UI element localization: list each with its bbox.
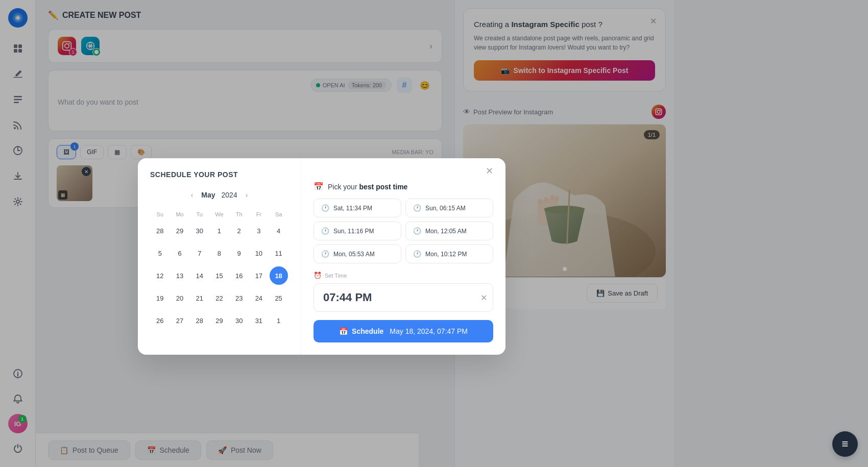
calendar-day[interactable]: 21 — [190, 289, 209, 307]
calendar-day[interactable]: 18 — [270, 266, 288, 285]
clock-icon: 🕐 — [321, 204, 329, 212]
calendar-day[interactable]: 17 — [250, 266, 268, 285]
best-time-calendar-icon: 📅 — [314, 182, 324, 191]
set-time-label: Set Time — [314, 272, 493, 279]
calendar-day[interactable]: 30 — [190, 222, 209, 240]
time-suggestion-sun-morning[interactable]: 🕐Sun, 06:15 AM — [405, 199, 493, 217]
calendar-day[interactable]: 27 — [171, 311, 189, 330]
calendar-day[interactable]: 20 — [171, 289, 189, 307]
calendar-day[interactable]: 2 — [230, 222, 248, 240]
calendar-day[interactable]: 10 — [250, 244, 268, 262]
calendar-header: SCHEDULE YOUR POST — [150, 170, 288, 179]
chat-fab[interactable]: ≡ — [832, 431, 858, 457]
calendar-day[interactable]: 19 — [151, 289, 169, 307]
schedule-modal-close[interactable]: ✕ — [486, 165, 493, 177]
time-input-wrap: ✕ — [314, 283, 493, 312]
calendar-day[interactable]: 4 — [270, 222, 288, 240]
calendar-day[interactable]: 16 — [230, 266, 248, 285]
time-panel: ✕ 📅 Pick your best post time 🕐Sat, 11:34… — [301, 158, 505, 355]
schedule-modal-title: SCHEDULE YOUR POST — [150, 170, 238, 179]
calendar-day[interactable]: 28 — [190, 311, 209, 330]
clock-icon: 🕐 — [413, 204, 421, 212]
calendar-prev-arrow[interactable]: ‹ — [189, 189, 196, 201]
calendar-day[interactable]: 14 — [190, 266, 209, 285]
clock-icon: 🕐 — [321, 227, 329, 235]
clock-icon: 🕐 — [413, 250, 421, 258]
best-time-header: 📅 Pick your best post time — [314, 182, 493, 191]
schedule-modal: SCHEDULE YOUR POST ‹ May 2024 › SuMoTuWe… — [138, 158, 505, 355]
calendar-day[interactable]: 6 — [171, 244, 189, 262]
time-suggestion-sat-late[interactable]: 🕐Sat, 11:34 PM — [314, 199, 401, 217]
time-suggestion-mon-morning[interactable]: 🕐Mon, 12:05 AM — [405, 222, 493, 240]
calendar-panel: SCHEDULE YOUR POST ‹ May 2024 › SuMoTuWe… — [138, 158, 301, 355]
calendar-grid: SuMoTuWeThFrSa 2829301234567891011121314… — [150, 209, 288, 332]
time-input[interactable] — [314, 283, 493, 312]
calendar-day[interactable]: 8 — [210, 244, 228, 262]
best-time-label: Pick your best post time — [328, 183, 407, 191]
time-input-clear[interactable]: ✕ — [480, 293, 487, 303]
calendar-day[interactable]: 9 — [230, 244, 248, 262]
clock-icon: 🕐 — [321, 250, 329, 258]
calendar-day[interactable]: 15 — [210, 266, 228, 285]
schedule-modal-overlay[interactable]: SCHEDULE YOUR POST ‹ May 2024 › SuMoTuWe… — [0, 0, 868, 467]
calendar-day[interactable]: 1 — [210, 222, 228, 240]
calendar-day[interactable]: 3 — [250, 222, 268, 240]
calendar-day[interactable]: 30 — [230, 311, 248, 330]
calendar-day[interactable]: 7 — [190, 244, 209, 262]
calendar-day[interactable]: 24 — [250, 289, 268, 307]
calendar-day[interactable]: 29 — [171, 222, 189, 240]
calendar-day[interactable]: 28 — [151, 222, 169, 240]
time-suggestion-mon-early[interactable]: 🕐Mon, 05:53 AM — [314, 244, 401, 263]
time-suggestion-mon-late[interactable]: 🕐Mon, 10:12 PM — [405, 244, 493, 263]
calendar-next-arrow[interactable]: › — [244, 189, 250, 201]
calendar-day[interactable]: 12 — [151, 266, 169, 285]
calendar-day[interactable]: 26 — [151, 311, 169, 330]
calendar-day[interactable]: 1 — [270, 311, 288, 330]
schedule-confirm-date: May 18, 2024, 07:47 PM — [390, 327, 468, 335]
calendar-day[interactable]: 11 — [270, 244, 288, 262]
schedule-calendar-icon: 📅 — [339, 327, 348, 335]
calendar-day[interactable]: 25 — [270, 289, 288, 307]
calendar-day[interactable]: 5 — [151, 244, 169, 262]
time-suggestions: 🕐Sat, 11:34 PM🕐Sun, 06:15 AM🕐Sun, 11:16 … — [314, 199, 493, 263]
calendar-day[interactable]: 13 — [171, 266, 189, 285]
clock-icon: 🕐 — [413, 227, 421, 235]
schedule-confirm-button[interactable]: 📅 Schedule May 18, 2024, 07:47 PM — [314, 320, 493, 342]
calendar-day[interactable]: 29 — [210, 311, 228, 330]
calendar-day[interactable]: 22 — [210, 289, 228, 307]
calendar-month: May — [201, 191, 215, 199]
calendar-day[interactable]: 31 — [250, 311, 268, 330]
calendar-day[interactable]: 23 — [230, 289, 248, 307]
time-suggestion-sun-late[interactable]: 🕐Sun, 11:16 PM — [314, 222, 401, 240]
calendar-year: 2024 — [222, 191, 237, 199]
